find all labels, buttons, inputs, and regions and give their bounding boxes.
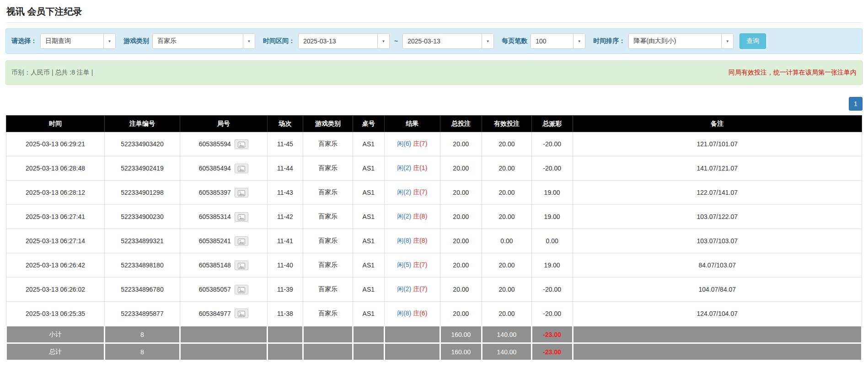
result-banker: 庄(8)	[413, 237, 427, 244]
cell-total-bet[interactable]: 20.00	[440, 277, 482, 302]
cell-total-bet[interactable]: 20.00	[440, 181, 482, 205]
cell-payout: -20.00	[531, 302, 573, 326]
empty-cell	[353, 326, 384, 343]
cell-total-bet[interactable]: 20.00	[440, 229, 482, 253]
cell-valid-bet: 20.00	[482, 205, 532, 229]
cell-table-no: AS1	[353, 205, 384, 229]
chevron-down-icon[interactable]: ▼	[721, 34, 733, 48]
cell-total-bet[interactable]: 20.00	[440, 132, 482, 156]
query-type-label: 请选择：	[11, 37, 37, 45]
cell-session: 11-45	[267, 132, 303, 156]
cell-round: 605385594	[180, 132, 267, 156]
table-row[interactable]: 2025-03-13 06:27:41 522334900230 6053853…	[6, 205, 862, 229]
subtotal-row: 小计 8 160.00 140.00 -23.00	[6, 326, 862, 343]
cell-total-bet[interactable]: 20.00	[440, 302, 482, 326]
page-size-select[interactable]: 100 ▼	[530, 33, 585, 49]
result-player: 闲(2)	[397, 213, 411, 220]
cell-table-no: AS1	[353, 181, 384, 205]
round-media-icon[interactable]	[235, 285, 248, 294]
round-id: 605385397	[199, 189, 231, 196]
cell-remark: 141.07/121.07	[573, 156, 862, 181]
result-banker: 庄(7)	[413, 261, 427, 268]
date-from-select[interactable]: 2025-03-13 ▼	[298, 33, 390, 49]
query-type-select[interactable]: 日期查询 ▼	[40, 33, 116, 49]
round-id: 605385057	[199, 286, 231, 293]
round-media-icon[interactable]	[235, 212, 248, 222]
subtotal-total-bet: 160.00	[440, 326, 482, 343]
cell-time: 2025-03-13 06:26:42	[6, 253, 105, 277]
cell-table-no: AS1	[353, 253, 384, 277]
empty-cell	[180, 326, 267, 343]
cell-table-no: AS1	[353, 277, 384, 302]
result-banker: 庄(7)	[413, 188, 427, 196]
pagination: 1	[5, 97, 863, 111]
page-number-button[interactable]: 1	[849, 97, 863, 111]
table-row[interactable]: 2025-03-13 06:28:48 522334902419 6053854…	[6, 156, 862, 181]
round-media-icon[interactable]	[235, 309, 248, 318]
cell-result: 闲(6) 庄(7)	[384, 132, 440, 156]
cell-table-no: AS1	[353, 156, 384, 181]
cell-bet-id: 522334898180	[105, 253, 180, 277]
round-media-icon[interactable]	[235, 261, 248, 270]
cell-time: 2025-03-13 06:27:41	[6, 205, 105, 229]
empty-cell	[353, 343, 384, 361]
empty-cell	[573, 326, 862, 343]
cell-total-bet[interactable]: 20.00	[440, 253, 482, 277]
chevron-down-icon[interactable]: ▼	[482, 34, 493, 48]
cell-valid-bet: 20.00	[482, 302, 532, 326]
time-range-label: 时间区间：	[263, 37, 295, 45]
subtotal-count: 8	[105, 326, 180, 343]
result-banker: 庄(6)	[413, 309, 427, 317]
cell-result: 闲(2) 庄(1)	[384, 156, 440, 181]
cell-session: 11-39	[267, 277, 303, 302]
game-type-select[interactable]: 百家乐 ▼	[152, 33, 255, 49]
chevron-down-icon[interactable]: ▼	[377, 34, 389, 48]
cell-bet-id: 522334900230	[105, 205, 180, 229]
empty-cell	[384, 326, 440, 343]
date-to-value: 2025-03-13	[403, 37, 482, 45]
table-row[interactable]: 2025-03-13 06:25:35 522334895877 6053849…	[6, 302, 862, 326]
subtotal-payout: -23.00	[531, 326, 573, 343]
empty-cell	[267, 343, 303, 361]
cell-round: 605385494	[180, 156, 267, 181]
table-row[interactable]: 2025-03-13 06:29:21 522334903420 6053855…	[6, 132, 862, 156]
cell-remark: 124.07/104.07	[573, 302, 862, 326]
table-row[interactable]: 2025-03-13 06:26:42 522334898180 6053851…	[6, 253, 862, 277]
table-row[interactable]: 2025-03-13 06:26:02 522334896780 6053850…	[6, 277, 862, 302]
time-sort-select[interactable]: 降幂(由大到小) ▼	[628, 33, 734, 49]
cell-round: 605385241	[180, 229, 267, 253]
round-id: 605385494	[199, 165, 231, 172]
subtotal-valid-bet: 140.00	[482, 326, 532, 343]
cell-remark: 103.07/122.07	[573, 205, 862, 229]
date-range-separator: ~	[393, 37, 399, 45]
cell-bet-id: 522334899321	[105, 229, 180, 253]
round-media-icon[interactable]	[235, 236, 248, 246]
chevron-down-icon[interactable]: ▼	[573, 34, 585, 48]
cell-game: 百家乐	[303, 302, 353, 326]
cell-session: 11-40	[267, 253, 303, 277]
cell-total-bet[interactable]: 20.00	[440, 205, 482, 229]
round-media-icon[interactable]	[235, 164, 248, 173]
query-button[interactable]: 查询	[739, 33, 766, 49]
cell-valid-bet: 0.00	[482, 229, 532, 253]
round-media-icon[interactable]	[235, 188, 248, 197]
cell-result: 闲(8) 庄(6)	[384, 302, 440, 326]
cell-remark: 84.07/103.07	[573, 253, 862, 277]
chevron-down-icon[interactable]: ▼	[103, 34, 115, 48]
query-type-value: 日期查询	[41, 37, 103, 45]
round-media-icon[interactable]	[235, 139, 248, 149]
total-payout: -23.00	[531, 343, 573, 361]
cell-payout: 19.00	[531, 181, 573, 205]
chevron-down-icon[interactable]: ▼	[243, 34, 255, 48]
table-row[interactable]: 2025-03-13 06:27:14 522334899321 6053852…	[6, 229, 862, 253]
result-player: 闲(5)	[397, 261, 411, 268]
cell-total-bet[interactable]: 20.00	[440, 156, 482, 181]
cell-game: 百家乐	[303, 253, 353, 277]
cell-time: 2025-03-13 06:25:35	[6, 302, 105, 326]
date-to-select[interactable]: 2025-03-13 ▼	[402, 33, 494, 49]
cell-bet-id: 522334895877	[105, 302, 180, 326]
table-row[interactable]: 2025-03-13 06:28:12 522334901298 6053853…	[6, 181, 862, 205]
header-result: 结果	[384, 116, 440, 132]
result-player: 闲(2)	[397, 285, 411, 293]
summary-notice: 同局有效投注，统一计算在该局第一张注单内	[729, 69, 857, 77]
